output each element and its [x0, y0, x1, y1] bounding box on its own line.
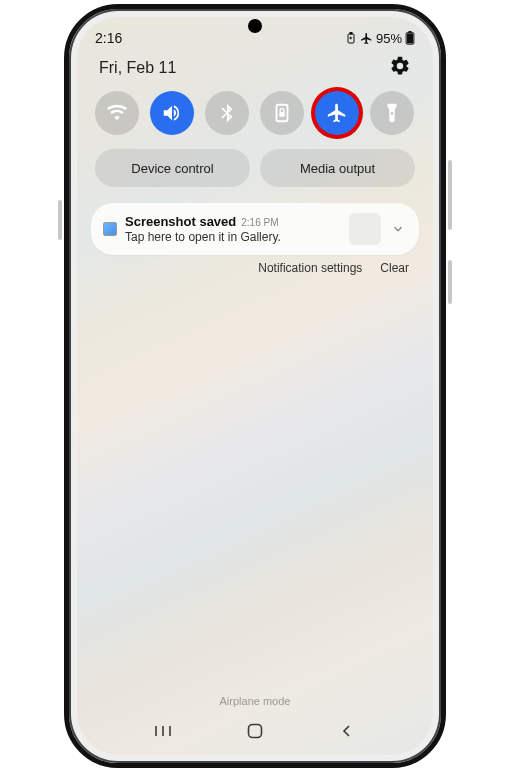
bottom-label: Airplane mode — [77, 695, 433, 707]
sound-icon — [161, 102, 183, 124]
notification-time: 2:16 PM — [241, 217, 278, 228]
qs-sound[interactable] — [150, 91, 194, 135]
svg-rect-4 — [407, 33, 413, 43]
qs-airplane[interactable] — [315, 91, 359, 135]
svg-rect-10 — [249, 725, 262, 738]
phone-frame: 2:16 95% Fri, Feb 11 — [64, 4, 446, 768]
flashlight-icon — [381, 102, 403, 124]
bluetooth-icon — [216, 102, 238, 124]
panel-date: Fri, Feb 11 — [99, 59, 176, 77]
media-output-chip[interactable]: Media output — [260, 149, 415, 187]
svg-rect-6 — [279, 112, 285, 117]
nav-recent[interactable] — [153, 724, 173, 738]
status-icons: 95% — [345, 31, 415, 46]
qs-chips-row: Device control Media output — [77, 139, 433, 195]
notification-expand[interactable] — [389, 222, 407, 236]
notification-settings-link[interactable]: Notification settings — [258, 261, 362, 275]
airplane-icon — [326, 102, 348, 124]
clock: 2:16 — [95, 30, 122, 46]
qs-flashlight[interactable] — [370, 91, 414, 135]
screen: 2:16 95% Fri, Feb 11 — [77, 17, 433, 755]
notification-text: Tap here to open it in Gallery. — [125, 230, 341, 244]
battery-pct: 95% — [376, 31, 402, 46]
clear-button[interactable]: Clear — [380, 261, 409, 275]
notification-card[interactable]: Screenshot saved 2:16 PM Tap here to ope… — [91, 203, 419, 255]
rotation-lock-icon — [271, 102, 293, 124]
nav-back[interactable] — [337, 724, 357, 738]
recent-icon — [154, 724, 172, 738]
nav-home[interactable] — [245, 723, 265, 739]
chevron-down-icon — [391, 222, 405, 236]
svg-rect-3 — [408, 31, 411, 33]
home-icon — [247, 723, 263, 739]
notification-body: Screenshot saved 2:16 PM Tap here to ope… — [125, 214, 341, 244]
media-output-label: Media output — [300, 161, 375, 176]
camera-hole — [248, 19, 262, 33]
device-control-label: Device control — [131, 161, 213, 176]
panel-header: Fri, Feb 11 — [77, 51, 433, 87]
quick-settings-row — [77, 87, 433, 139]
qs-rotation[interactable] — [260, 91, 304, 135]
notification-title: Screenshot saved — [125, 214, 236, 229]
gallery-app-icon — [103, 222, 117, 236]
settings-button[interactable] — [389, 55, 411, 81]
notification-footer: Notification settings Clear — [77, 255, 433, 275]
wifi-icon — [106, 102, 128, 124]
airplane-status-icon — [360, 32, 373, 45]
nav-bar — [77, 715, 433, 747]
qs-wifi[interactable] — [95, 91, 139, 135]
power-button — [448, 260, 452, 304]
battery-status-icon — [345, 32, 357, 44]
back-icon — [340, 724, 354, 738]
side-button — [58, 200, 62, 240]
gear-icon — [389, 55, 411, 77]
qs-bluetooth[interactable] — [205, 91, 249, 135]
svg-rect-1 — [350, 33, 352, 35]
device-control-chip[interactable]: Device control — [95, 149, 250, 187]
volume-button — [448, 160, 452, 230]
battery-icon — [405, 31, 415, 45]
notification-thumbnail — [349, 213, 381, 245]
